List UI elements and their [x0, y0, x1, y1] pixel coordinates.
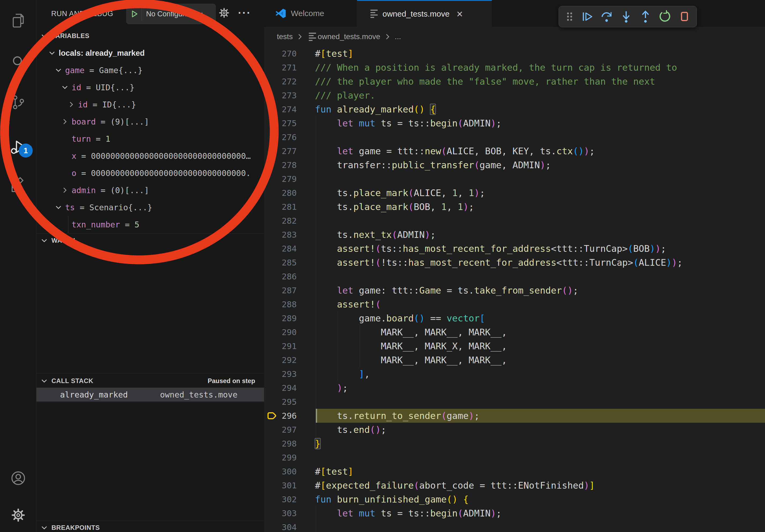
variable-row-ts[interactable]: ts = Scenario{...} [36, 199, 264, 216]
step-out-icon[interactable] [636, 8, 655, 25]
line-number[interactable]: 304 [264, 520, 297, 532]
code-line-288[interactable]: 288 assert!( [264, 297, 765, 311]
watch-section-header[interactable]: WATCH [36, 235, 264, 246]
code-line-289[interactable]: 289 game.board() == vector[ [264, 311, 765, 325]
variable-row-id[interactable]: id = UID{...} [36, 79, 264, 96]
variable-row-x[interactable]: x = 00000000000000000000000000000000… [36, 147, 264, 164]
close-tab-icon[interactable]: × [456, 9, 463, 19]
line-number[interactable]: 278 [264, 158, 297, 172]
line-number[interactable]: 293 [264, 367, 297, 381]
code-line-293[interactable]: 293 ], [264, 367, 765, 381]
breadcrumb-file[interactable]: owned_tests.move [318, 32, 380, 41]
chevron-down-icon[interactable] [55, 67, 65, 74]
code-line-281[interactable]: 281 ts.place_mark(BOB, 1, 1); [264, 200, 765, 214]
code-line-295[interactable]: 295 [264, 395, 765, 409]
debug-config-dropdown[interactable]: No Configur: [126, 4, 216, 24]
debug-settings-gear-icon[interactable] [218, 7, 230, 19]
code-line-284[interactable]: 284 assert!(ts::has_most_recent_for_addr… [264, 242, 765, 256]
code-line-304[interactable]: 304 [264, 520, 765, 532]
code-line-279[interactable]: 279 [264, 172, 765, 186]
line-number[interactable]: 303 [264, 506, 297, 520]
call-stack-frame-row[interactable]: already_marked owned_tests.move [36, 388, 264, 401]
line-number[interactable]: 275 [264, 116, 297, 130]
line-number[interactable]: 291 [264, 339, 297, 353]
code-line-286[interactable]: 286 [264, 269, 765, 283]
code-line-291[interactable]: 291 MARK__, MARK_X, MARK__, [264, 339, 765, 353]
code-line-299[interactable]: 299 [264, 450, 765, 464]
variable-row-txn_number[interactable]: txn_number = 5 [36, 216, 264, 233]
chevron-down-icon[interactable] [49, 50, 59, 57]
line-number[interactable]: 292 [264, 353, 297, 367]
settings-gear-icon[interactable] [0, 506, 36, 524]
breadcrumb-tests[interactable]: tests [277, 32, 293, 41]
line-number[interactable]: 287 [264, 283, 297, 297]
line-number[interactable]: 301 [264, 478, 297, 492]
account-icon[interactable] [0, 469, 36, 487]
stop-icon[interactable] [675, 8, 694, 25]
variable-row-o[interactable]: o = 00000000000000000000000000000000. [36, 164, 264, 182]
code-editor[interactable]: 270#[test]271/// When a position is alre… [264, 47, 765, 532]
line-number[interactable]: 299 [264, 450, 297, 464]
line-number[interactable]: 290 [264, 325, 297, 339]
chevron-down-icon[interactable] [61, 84, 72, 91]
line-number[interactable]: 272 [264, 75, 297, 89]
line-number[interactable]: 302 [264, 492, 297, 506]
tab-owned-tests-move[interactable]: owned_tests.move × [357, 0, 492, 27]
code-line-290[interactable]: 290 MARK__, MARK__, MARK__, [264, 325, 765, 339]
code-line-302[interactable]: 302fun burn_unfinished_game() { [264, 492, 765, 506]
code-line-277[interactable]: 277 let game = ttt::new(ALICE, BOB, KEY,… [264, 144, 765, 158]
step-into-icon[interactable] [616, 8, 635, 25]
line-number[interactable]: 288 [264, 297, 297, 311]
line-number[interactable]: 296 [264, 409, 297, 423]
line-number[interactable]: 270 [264, 47, 297, 61]
line-number[interactable]: 283 [264, 228, 297, 242]
code-line-285[interactable]: 285 assert!(!ts::has_most_recent_for_add… [264, 256, 765, 269]
line-number[interactable]: 285 [264, 256, 297, 269]
more-actions-icon[interactable]: ··· [238, 7, 251, 19]
search-icon[interactable] [0, 53, 36, 72]
code-line-297[interactable]: 297 ts.end(); [264, 423, 765, 437]
code-line-275[interactable]: 275 let mut ts = ts::begin(ADMIN); [264, 116, 765, 130]
line-number[interactable]: 284 [264, 242, 297, 256]
code-line-298[interactable]: 298} [264, 437, 765, 450]
chevron-right-icon[interactable] [61, 187, 72, 194]
line-number[interactable]: 277 [264, 144, 297, 158]
extensions-icon[interactable] [0, 175, 36, 194]
line-number[interactable]: 274 [264, 102, 297, 116]
line-number[interactable]: 294 [264, 381, 297, 395]
line-number[interactable]: 280 [264, 186, 297, 200]
code-line-303[interactable]: 303 let mut ts = ts::begin(ADMIN); [264, 506, 765, 520]
code-line-278[interactable]: 278 transfer::public_transfer(game, ADMI… [264, 158, 765, 172]
code-line-273[interactable]: 273/// player. [264, 89, 765, 102]
explorer-icon[interactable] [0, 11, 36, 30]
variable-row-id[interactable]: id = ID{...} [36, 96, 264, 113]
variable-row-admin[interactable]: admin = (0)[...] [36, 182, 264, 199]
code-line-282[interactable]: 282 [264, 214, 765, 228]
variable-row-board[interactable]: board = (9)[...] [36, 113, 264, 130]
code-line-283[interactable]: 283 ts.next_tx(ADMIN); [264, 228, 765, 242]
chevron-right-icon[interactable] [61, 118, 72, 125]
line-number[interactable]: 279 [264, 172, 297, 186]
line-number[interactable]: 298 [264, 437, 297, 450]
code-line-296[interactable]: 296 ts.return_to_sender(game); [264, 409, 765, 423]
breakpoints-section-header[interactable]: BREAKPOINTS [36, 522, 264, 532]
line-number[interactable]: 300 [264, 464, 297, 478]
continue-icon[interactable] [578, 8, 597, 25]
chevron-down-icon[interactable] [55, 204, 65, 211]
variable-row-turn[interactable]: turn = 1 [36, 130, 264, 147]
code-line-274[interactable]: 274fun already_marked() { [264, 102, 765, 116]
step-over-icon[interactable] [597, 8, 616, 25]
line-number[interactable]: 281 [264, 200, 297, 214]
restart-icon[interactable] [655, 8, 674, 25]
code-line-292[interactable]: 292 MARK__, MARK__, MARK__, [264, 353, 765, 367]
code-line-280[interactable]: 280 ts.place_mark(ALICE, 1, 1); [264, 186, 765, 200]
breadcrumb-symbol[interactable]: ... [395, 32, 401, 41]
toolbar-drag-handle[interactable] [561, 8, 578, 25]
code-line-301[interactable]: 301#[expected_failure(abort_code = ttt::… [264, 478, 765, 492]
line-number[interactable]: 297 [264, 423, 297, 437]
line-number[interactable]: 282 [264, 214, 297, 228]
line-number[interactable]: 289 [264, 311, 297, 325]
source-control-icon[interactable] [0, 93, 36, 112]
code-line-300[interactable]: 300#[test] [264, 464, 765, 478]
code-line-287[interactable]: 287 let game: ttt::Game = ts.take_from_s… [264, 283, 765, 297]
